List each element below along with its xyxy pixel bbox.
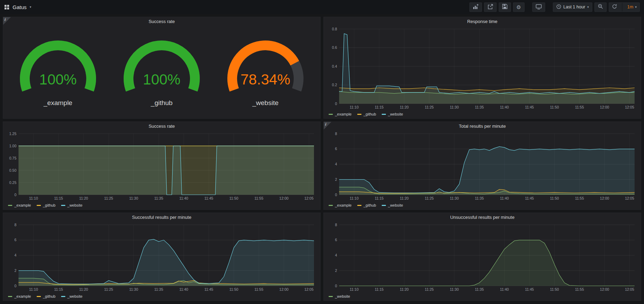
svg-text:11:50: 11:50 <box>550 196 559 200</box>
gauge-value: 100% <box>9 71 107 88</box>
svg-text:11:40: 11:40 <box>500 105 509 109</box>
svg-text:8: 8 <box>335 223 337 227</box>
refresh-button[interactable] <box>609 3 620 12</box>
svg-text:11:15: 11:15 <box>375 287 384 291</box>
legend-item-_github[interactable]: _github <box>37 203 56 207</box>
clock-icon <box>556 4 561 10</box>
unsuccessful-results-chart[interactable]: 0246811:1011:1511:2011:2511:3011:3511:40… <box>327 222 637 293</box>
success-rate-chart[interactable]: 00.250.500.751.001.2511:1011:1511:2011:2… <box>6 131 317 202</box>
panel-title[interactable]: Unsuccessful results per minute <box>324 213 641 222</box>
svg-text:0: 0 <box>335 284 337 288</box>
gauge-value: 100% <box>113 71 211 88</box>
chevron-down-icon: ▾ <box>587 6 589 9</box>
legend-item-_website[interactable]: _website <box>61 203 82 207</box>
dashboard-grid: i Success rate 100% _example 100% _githu… <box>0 14 644 304</box>
svg-text:11:40: 11:40 <box>500 287 509 291</box>
chevron-down-icon: ▾ <box>30 6 31 9</box>
svg-text:11:45: 11:45 <box>525 105 534 109</box>
legend-item-_example[interactable]: _example <box>8 294 31 298</box>
successful-results-chart[interactable]: 0246811:1011:1511:2011:2511:3011:3511:40… <box>6 222 317 293</box>
info-glyph: i <box>325 122 326 126</box>
legend: _example_github_website <box>6 293 317 300</box>
svg-text:11:10: 11:10 <box>350 196 359 200</box>
svg-text:12:05: 12:05 <box>625 287 634 291</box>
monitor-icon <box>536 4 542 10</box>
svg-text:0.25: 0.25 <box>9 180 17 185</box>
legend-item-_example[interactable]: _example <box>8 203 31 207</box>
zoom-out-button[interactable] <box>594 2 607 12</box>
legend-item-_website[interactable]: _website <box>382 112 403 116</box>
legend-series-swatch <box>8 205 12 206</box>
svg-text:0: 0 <box>335 102 337 106</box>
svg-text:11:30: 11:30 <box>450 196 459 200</box>
dashboard-title[interactable]: Gatus <box>13 4 27 10</box>
svg-text:4: 4 <box>335 162 337 166</box>
svg-text:11:50: 11:50 <box>229 196 239 200</box>
svg-text:11:55: 11:55 <box>255 196 264 200</box>
add-panel-button[interactable] <box>469 2 482 12</box>
time-range-picker[interactable]: Last 1 hour ▾ <box>553 2 592 12</box>
legend-series-swatch <box>329 205 333 206</box>
svg-text:11:10: 11:10 <box>29 196 38 200</box>
svg-text:11:40: 11:40 <box>179 196 188 200</box>
legend-item-_website[interactable]: _website <box>329 294 350 298</box>
gauge-arc <box>9 38 107 103</box>
svg-text:1.25: 1.25 <box>9 132 17 136</box>
svg-text:0.8: 0.8 <box>332 27 337 31</box>
save-dashboard-button[interactable] <box>499 2 511 12</box>
legend-item-_github[interactable]: _github <box>357 203 376 207</box>
refresh-interval-label: 1m <box>627 5 633 9</box>
gauge-arc <box>217 38 314 103</box>
svg-text:11:40: 11:40 <box>179 287 188 291</box>
panel-title[interactable]: Total results per minute <box>324 122 641 131</box>
gauge-row: 100% _example 100% _github 78.34% _websi… <box>3 26 320 118</box>
legend-item-_website[interactable]: _website <box>382 203 403 207</box>
svg-text:11:45: 11:45 <box>525 287 534 291</box>
tv-mode-button[interactable] <box>532 2 545 12</box>
svg-text:11:55: 11:55 <box>575 287 584 291</box>
response-time-chart[interactable]: 00.20.40.60.811:1011:1511:2011:2511:3011… <box>327 26 637 111</box>
legend-item-_github[interactable]: _github <box>357 112 376 116</box>
legend: _example_github_website <box>327 111 637 118</box>
legend: _website <box>327 293 637 300</box>
legend-item-_example[interactable]: _example <box>329 112 352 116</box>
panel-title[interactable]: Response time <box>324 17 641 26</box>
panel-success-rate-gauges: i Success rate 100% _example 100% _githu… <box>3 17 321 119</box>
total-results-chart[interactable]: 0246811:1011:1511:2011:2511:3011:3511:40… <box>327 131 637 202</box>
panel-successful-results: Successful results per minute 0246811:10… <box>3 213 321 301</box>
settings-button[interactable]: ⚙ <box>513 2 525 12</box>
button-divider <box>622 3 622 12</box>
legend: _example_github_website <box>327 202 637 209</box>
panel-title[interactable]: Success rate <box>3 122 320 131</box>
svg-text:11:55: 11:55 <box>575 196 584 200</box>
chevron-down-icon: ▾ <box>635 6 637 9</box>
panel-body: 00.20.40.60.811:1011:1511:2011:2511:3011… <box>324 26 641 118</box>
panel-title[interactable]: Success rate <box>3 17 320 26</box>
svg-text:11:20: 11:20 <box>79 287 88 291</box>
dashboards-grid-icon[interactable] <box>4 5 9 10</box>
svg-text:11:30: 11:30 <box>450 287 459 291</box>
svg-text:12:00: 12:00 <box>279 196 288 200</box>
panel-body: 0246811:1011:1511:2011:2511:3011:3511:40… <box>3 222 320 301</box>
info-icon[interactable]: i <box>324 122 331 129</box>
svg-text:2: 2 <box>335 177 337 181</box>
svg-text:12:00: 12:00 <box>600 287 609 291</box>
svg-text:11:35: 11:35 <box>475 196 484 200</box>
legend-item-_github[interactable]: _github <box>37 294 56 298</box>
gauge-value: 78.34% <box>217 71 314 88</box>
legend-item-_website[interactable]: _website <box>61 294 82 298</box>
svg-text:11:35: 11:35 <box>154 287 163 291</box>
info-icon[interactable]: i <box>3 17 11 25</box>
share-dashboard-button[interactable] <box>484 2 497 12</box>
svg-text:8: 8 <box>14 223 16 227</box>
gauge-arc <box>113 38 211 103</box>
refresh-interval-dropdown[interactable]: 1m ▾ <box>624 3 639 12</box>
legend-item-_example[interactable]: _example <box>329 203 352 207</box>
refresh-icon <box>612 4 617 10</box>
refresh-control: 1m ▾ <box>609 2 640 12</box>
svg-text:0: 0 <box>14 284 16 288</box>
panel-title[interactable]: Successful results per minute <box>3 213 320 222</box>
svg-text:11:20: 11:20 <box>400 287 409 291</box>
svg-text:12:05: 12:05 <box>305 287 314 291</box>
svg-text:11:50: 11:50 <box>550 287 559 291</box>
